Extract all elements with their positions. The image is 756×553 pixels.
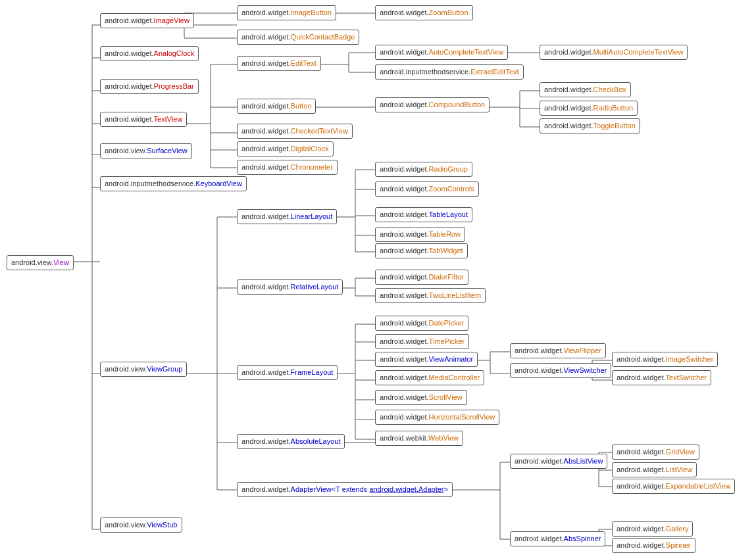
node-compoundbutton: android.widget.CompoundButton — [375, 97, 490, 112]
node-dialerfilter: android.widget.DialerFilter — [375, 270, 468, 285]
node-framelayout: android.widget.FrameLayout — [237, 365, 338, 380]
node-imageview: android.widget.ImageView — [100, 13, 194, 28]
node-tablerow: android.widget.TableRow — [375, 227, 465, 242]
node-viewstub: android.view.ViewStub — [100, 517, 182, 533]
node-viewanimator: android.widget.ViewAnimator — [375, 352, 478, 367]
node-webview: android.webkit.WebView — [375, 431, 463, 446]
node-zoombutton: android.widget.ZoomButton — [375, 5, 473, 20]
node-linearlayout: android.widget.LinearLayout — [237, 209, 337, 224]
node-viewswitcher: android.widget.ViewSwitcher — [510, 363, 611, 378]
node-viewflipper: android.widget.ViewFlipper — [510, 343, 606, 358]
node-keyboardview: android.inputmethodservice.KeyboardView — [100, 176, 247, 191]
node-expandablelistview: android.widget.ExpandableListView — [612, 479, 735, 494]
node-surfaceview: android.view.SurfaceView — [100, 143, 192, 158]
node-absspinner: android.widget.AbsSpinner — [510, 531, 605, 546]
node-horizontalscrollview: android.widget.HorizontalScrollView — [375, 410, 499, 425]
node-gridview: android.widget.GridView — [612, 445, 699, 460]
node-radiobutton: android.widget.RadioButton — [540, 101, 638, 116]
node-edittext: android.widget.EditText — [237, 56, 321, 71]
node-textview: android.widget.TextView — [100, 112, 187, 127]
node-imageswitcher: android.widget.ImageSwitcher — [612, 352, 718, 367]
node-textswitcher: android.widget.TextSwitcher — [612, 370, 711, 385]
node-gallery: android.widget.Gallery — [612, 521, 693, 537]
node-mediacontroller: android.widget.MediaController — [375, 370, 484, 385]
node-checkbox: android.widget.CheckBox — [540, 82, 631, 97]
node-timepicker: android.widget.TimePicker — [375, 334, 469, 349]
node-relativelayout: android.widget.RelativeLayout — [237, 279, 343, 295]
node-zoomcontrols: android.widget.ZoomControls — [375, 181, 479, 197]
node-progressbar: android.widget.ProgressBar — [100, 79, 199, 94]
node-imagebutton: android.widget.ImageButton — [237, 5, 336, 20]
node-spinner: android.widget.Spinner — [612, 538, 695, 553]
node-adapterview: android.widget.AdapterView<T extends and… — [237, 482, 453, 497]
class-hierarchy-diagram: android.view.View android.widget.ImageVi… — [0, 0, 756, 553]
node-tablelayout: android.widget.TableLayout — [375, 207, 472, 222]
node-extractedittext: android.inputmethodservice.ExtractEditTe… — [375, 64, 524, 80]
node-togglebutton: android.widget.ToggleButton — [540, 118, 640, 133]
node-view: android.view.View — [7, 255, 74, 270]
node-chronometer: android.widget.Chronometer — [237, 160, 338, 175]
node-checkedtextview: android.widget.CheckedTextView — [237, 124, 353, 139]
node-viewgroup: android.view.ViewGroup — [100, 362, 187, 377]
node-multiautocomplete: android.widget.MultiAutoCompleteTextView — [540, 45, 688, 60]
node-scrollview: android.widget.ScrollView — [375, 390, 467, 405]
node-button: android.widget.Button — [237, 99, 316, 114]
node-radiogroup: android.widget.RadioGroup — [375, 162, 472, 177]
node-listview: android.widget.ListView — [612, 462, 697, 477]
node-digitalclock: android.widget.DigitalClock — [237, 141, 334, 156]
node-analogclock: android.widget.AnalogClock — [100, 46, 199, 61]
node-abslistview: android.widget.AbsListView — [510, 454, 607, 469]
node-absolutelayout: android.widget.AbsoluteLayout — [237, 434, 345, 449]
node-autocompletetextview: android.widget.AutoCompleteTextView — [375, 45, 508, 60]
node-datepicker: android.widget.DatePicker — [375, 316, 468, 331]
node-tabwidget: android.widget.TabWidget — [375, 243, 468, 258]
node-twolinelistitem: android.widget.TwoLineListItem — [375, 288, 486, 303]
node-quickcontactbadge: android.widget.QuickContactBadge — [237, 30, 359, 45]
